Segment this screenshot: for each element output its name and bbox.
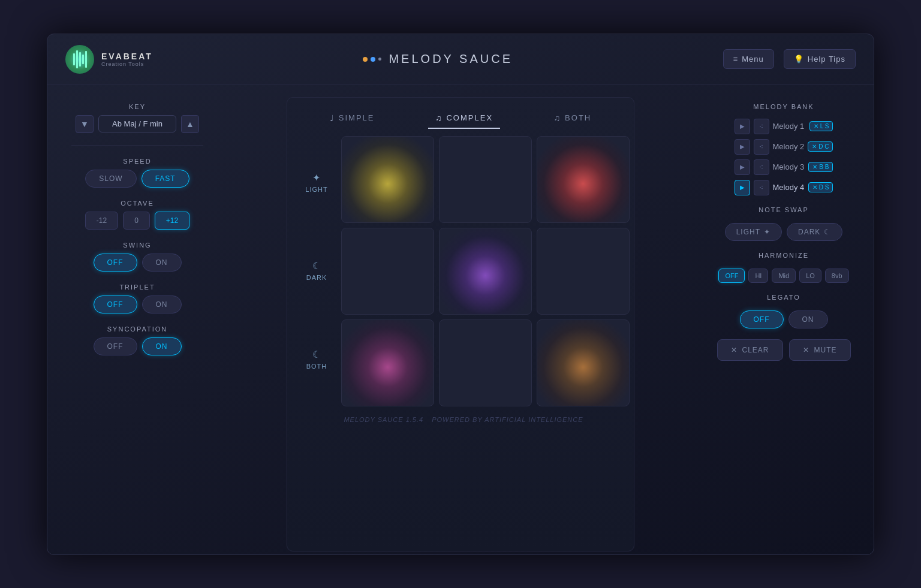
brand-tagline: Creation Tools xyxy=(101,61,153,67)
harm-off-button[interactable]: OFF xyxy=(718,269,745,283)
note-swap-dark-label: DARK xyxy=(798,228,820,236)
harm-lo-button[interactable]: LO xyxy=(799,269,821,283)
play-melody-1[interactable]: ▶ xyxy=(735,119,750,134)
mute-label: MUTE xyxy=(814,346,837,354)
key-section: KEY ▼ Ab Maj / F min ▲ xyxy=(71,103,203,133)
pad-0-1[interactable] xyxy=(439,136,532,223)
version-text: MELODY SAUCE 1.5.4 xyxy=(344,416,423,423)
harmonize-label: HARMONIZE xyxy=(759,252,809,259)
syncopation-on-button[interactable]: ON xyxy=(142,337,182,355)
melody-row-4: ▶ ⁖ Melody 4 ✕ D S xyxy=(735,180,833,195)
mute-icon: ✕ xyxy=(803,346,809,354)
melody-tag-letters-2: D C xyxy=(818,143,829,150)
pad-2-0[interactable] xyxy=(341,319,434,406)
pad-1-2[interactable] xyxy=(537,228,630,315)
melody-icon-3[interactable]: ⁖ xyxy=(754,159,769,175)
tab-both-label: BOTH xyxy=(565,113,591,122)
complex-icon: ♫ xyxy=(435,113,443,123)
menu-label: Menu xyxy=(742,55,764,64)
play-melody-3[interactable]: ▶ xyxy=(735,159,750,175)
legato-section: LEGATO OFF ON xyxy=(718,294,850,328)
speed-fast-button[interactable]: FAST xyxy=(142,170,189,188)
syncopation-off-button[interactable]: OFF xyxy=(94,337,137,355)
mute-button[interactable]: ✕ MUTE xyxy=(789,339,851,361)
melody-icon-4[interactable]: ⁖ xyxy=(754,180,769,195)
brand-name: EVABEAT xyxy=(101,52,153,61)
harm-8vb-button[interactable]: 8vb xyxy=(825,269,849,283)
menu-button[interactable]: ≡ Menu xyxy=(723,49,774,69)
clear-label: CLEAR xyxy=(742,346,769,354)
pad-2-2[interactable] xyxy=(537,319,630,406)
header-controls: ≡ Menu 💡 Help Tips xyxy=(723,49,856,69)
play-melody-4[interactable]: ▶ xyxy=(735,180,750,195)
help-button[interactable]: 💡 Help Tips xyxy=(784,49,856,69)
speed-slow-button[interactable]: SLOW xyxy=(85,170,136,188)
row-label-light: ✦ LIGHT xyxy=(299,172,334,193)
triplet-on-button[interactable]: ON xyxy=(142,295,182,313)
key-down-button[interactable]: ▼ xyxy=(76,115,94,133)
key-selector: ▼ Ab Maj / F min ▲ xyxy=(71,115,203,133)
note-swap-label: NOTE SWAP xyxy=(759,206,809,213)
light-icon: ✦ xyxy=(312,172,321,183)
play-melody-2[interactable]: ▶ xyxy=(735,139,750,155)
title-area: MELODY SAUCE xyxy=(363,52,513,66)
key-label: KEY xyxy=(71,103,203,110)
tab-both[interactable]: ♫ BOTH xyxy=(547,110,599,126)
app-container: EVABEAT Creation Tools MELODY SAUCE ≡ Me… xyxy=(47,34,874,555)
dark-swap-icon: ☾ xyxy=(824,228,831,236)
both-row-icon: ☾ xyxy=(312,349,321,360)
key-up-button[interactable]: ▲ xyxy=(181,115,199,133)
octave-zero-button[interactable]: 0 xyxy=(123,212,150,230)
pad-0-0[interactable] xyxy=(341,136,434,223)
clear-button[interactable]: ✕ CLEAR xyxy=(717,339,783,361)
melody-bank-title: MELODY BANK xyxy=(753,103,814,110)
swing-off-button[interactable]: OFF xyxy=(94,254,137,272)
logo-icon xyxy=(65,45,94,74)
pad-0-2[interactable] xyxy=(537,136,630,223)
melody-name-4: Melody 4 xyxy=(773,183,805,192)
pad-1-0[interactable] xyxy=(341,228,434,315)
main-layout: KEY ▼ Ab Maj / F min ▲ SPEED SLOW FAST O… xyxy=(47,85,874,563)
melody-name-2: Melody 2 xyxy=(773,142,805,151)
legato-off-button[interactable]: OFF xyxy=(740,310,784,328)
melody-bank-section: MELODY BANK ▶ ⁖ Melody 1 ✕ L S ▶ ⁖ xyxy=(718,103,850,195)
speed-toggle-group: SLOW FAST xyxy=(71,170,203,188)
triplet-off-button[interactable]: OFF xyxy=(94,295,137,313)
harm-mid-button[interactable]: Mid xyxy=(772,269,796,283)
octave-label: OCTAVE xyxy=(71,200,203,207)
triplet-section: TRIPLET OFF ON xyxy=(71,284,203,313)
light-swap-icon: ✦ xyxy=(764,228,770,236)
header: EVABEAT Creation Tools MELODY SAUCE ≡ Me… xyxy=(47,34,874,85)
pad-container: ♩ SIMPLE ♫ COMPLEX ♫ BOTH xyxy=(287,97,634,551)
tab-simple[interactable]: ♩ SIMPLE xyxy=(323,110,382,126)
pad-1-1[interactable] xyxy=(439,228,532,315)
syncopation-label: SYNCOPATION xyxy=(71,325,203,333)
note-swap-light-button[interactable]: LIGHT ✦ xyxy=(725,223,782,241)
right-panel: MELODY BANK ▶ ⁖ Melody 1 ✕ L S ▶ ⁖ xyxy=(706,97,862,551)
melody-row-3: ▶ ⁖ Melody 3 ✕ B B xyxy=(735,159,833,175)
triplet-label: TRIPLET xyxy=(71,284,203,291)
tab-complex[interactable]: ♫ COMPLEX xyxy=(428,110,500,126)
syncopation-section: SYNCOPATION OFF ON xyxy=(71,325,203,355)
melody-icon-2[interactable]: ⁖ xyxy=(754,139,769,155)
help-icon: 💡 xyxy=(794,55,804,64)
melody-name-3: Melody 3 xyxy=(773,162,805,171)
help-label: Help Tips xyxy=(808,55,845,64)
powered-by-text: POWERED BY ARTIFICIAL INTELLIGENCE xyxy=(432,416,583,423)
legato-on-button[interactable]: ON xyxy=(788,310,828,328)
melody-tag-4: ✕ D S xyxy=(808,182,833,192)
pad-2-1[interactable] xyxy=(439,319,532,406)
harmonize-row: OFF HI Mid LO 8vb xyxy=(718,269,848,283)
octave-plus-button[interactable]: +12 xyxy=(155,212,189,230)
note-swap-light-label: LIGHT xyxy=(736,228,760,236)
note-swap-dark-button[interactable]: DARK ☾ xyxy=(787,223,842,241)
swing-toggle-group: OFF ON xyxy=(71,254,203,272)
harm-hi-button[interactable]: HI xyxy=(748,269,768,283)
melody-icon-1[interactable]: ⁖ xyxy=(754,119,769,134)
swing-section: SWING OFF ON xyxy=(71,242,203,272)
note-swap-section: NOTE SWAP LIGHT ✦ DARK ☾ xyxy=(718,206,850,241)
title-icon xyxy=(363,57,381,62)
key-display: Ab Maj / F min xyxy=(98,115,176,132)
swing-on-button[interactable]: ON xyxy=(142,254,182,272)
octave-minus-button[interactable]: -12 xyxy=(85,212,118,230)
